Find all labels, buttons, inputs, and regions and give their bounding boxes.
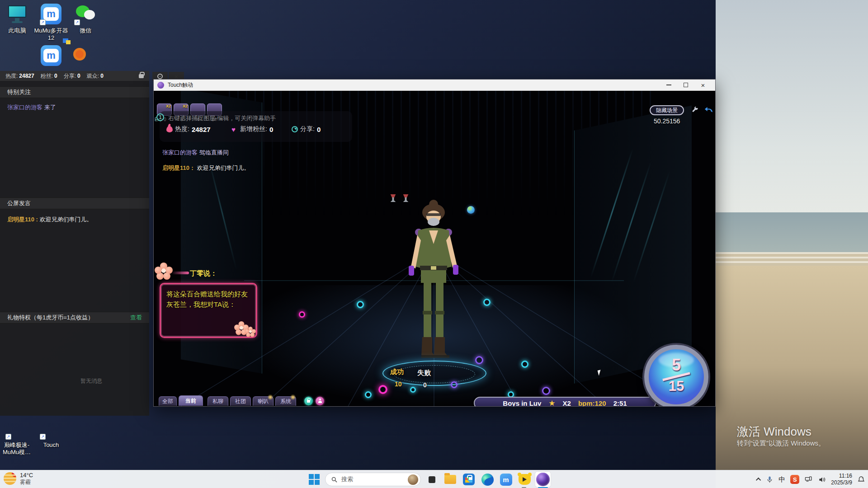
mumu-icon: m (500, 474, 512, 486)
folder-icon (444, 475, 456, 484)
window-titlebar[interactable]: Touch触动 × (154, 80, 715, 91)
microphone-icon[interactable] (766, 476, 774, 483)
section-gift-privilege: 礼物特权（每1虎牙币=1点收益） 查看 (0, 312, 149, 324)
app-icon (157, 82, 164, 89)
tray-time: 11:16 (839, 473, 852, 479)
undo-icon[interactable] (703, 104, 714, 115)
stat-shares: 分享:0 (64, 72, 80, 80)
sogou-icon[interactable]: S (790, 475, 799, 484)
desktop-icon-label: Touch (43, 441, 59, 449)
weather-badge: 2 (12, 472, 16, 477)
fail-value: 0 (423, 381, 427, 389)
chat-tab-system[interactable]: 系统 (275, 396, 296, 406)
dancer-character (397, 199, 470, 375)
tray-date: 2025/3/9 (831, 479, 852, 486)
speaker-icon[interactable] (818, 476, 826, 483)
person-icon (318, 399, 321, 403)
counter-total: 15 (649, 378, 704, 394)
this-pc-icon (7, 4, 28, 24)
capture-tip-text: 右键选择捕捉图层-编辑，可关闭弹幕助手 (168, 114, 276, 122)
desktop-icon-touch[interactable]: ↗ Touch (32, 418, 71, 449)
tray-chevron-icon[interactable] (756, 478, 761, 483)
desktop-icon-label: 微信 (80, 27, 91, 34)
section-public-chat: 公屏发言 (0, 197, 149, 209)
sparkle-icon (267, 394, 274, 400)
ime-indicator[interactable]: 中 (778, 475, 785, 484)
chat-tab-current[interactable]: 当前 (179, 395, 203, 406)
close-button[interactable]: × (694, 80, 712, 91)
notification-bell-icon[interactable]: z (857, 475, 865, 483)
weather-temp: 14°C (20, 472, 33, 479)
pickup-ring (299, 311, 305, 318)
desktop-icon-label: 此电脑 (9, 27, 26, 34)
touch-tile-icon: ↗ (41, 418, 61, 439)
desktop-icon-racing[interactable]: ↗ 巅峰极速-MuMu模… (0, 418, 36, 456)
file-explorer-button[interactable] (443, 472, 458, 487)
window-title: Touch触动 (168, 81, 193, 89)
wechat-icon: ↗ (75, 4, 96, 24)
feed-line-1: 张家口的游客 驾临直播间 (162, 149, 229, 157)
desktop-icon-mumu12[interactable]: m↗ MuMu多开器12 (32, 4, 71, 42)
chat-tab-all[interactable]: 全部 (159, 396, 177, 406)
ms-store-button[interactable] (461, 472, 476, 487)
desktop-icon-mumu-row2[interactable]: m (41, 45, 61, 66)
search-icon (331, 476, 338, 483)
weather-widget[interactable]: 2 14°C 雾霾 (4, 472, 33, 485)
pickup-ring (475, 356, 483, 364)
edge-icon (481, 474, 494, 486)
heart-icon: ♥ (231, 127, 238, 132)
system-tray: 中 S 11:16 2025/3/9 z (757, 470, 865, 488)
overlay-stat-share: 分享:0 (292, 125, 321, 133)
chat-member-button[interactable] (316, 397, 324, 405)
song-info-bar: Boys in Luv ★ X2 bpm:120 2:51 (474, 397, 656, 406)
racing-tile-icon: ↗ (6, 418, 27, 439)
task-view-button[interactable] (424, 472, 439, 487)
search-box[interactable]: 搜索 (325, 473, 421, 486)
section-special-follow: 特别关注 (0, 86, 149, 98)
maximize-button[interactable] (677, 80, 694, 91)
lock-icon[interactable] (139, 74, 144, 78)
desktop-icon-wechat[interactable]: ↗ 微信 (66, 4, 105, 34)
cast-device-icon[interactable] (804, 476, 813, 483)
desktop-icon-this-pc[interactable]: 此电脑 (0, 4, 37, 34)
song-name: Boys in Luv (503, 399, 541, 407)
gift-view-link[interactable]: 查看 (130, 314, 142, 322)
chat-tab-private[interactable]: 私聊 (208, 396, 228, 406)
search-placeholder: 搜索 (341, 475, 404, 483)
minimize-button[interactable] (660, 80, 677, 91)
clock[interactable]: 11:16 2025/3/9 (831, 473, 852, 486)
gift-dialog-speaker: 丁零说： (190, 269, 217, 278)
desktop: 此电脑 m↗ MuMu多开器12 ↗ 微信 m × 热度:24827 粉丝:0 … (0, 0, 868, 488)
chat-lock-toggle[interactable] (304, 397, 313, 405)
success-value: 10 (395, 380, 402, 388)
wrench-icon[interactable] (691, 106, 699, 114)
round-counter: 5 15 (644, 345, 708, 406)
start-button[interactable] (307, 472, 322, 487)
gift-dialog-text: 将这朵百合赠送给我的好友灰苍兰，我想对TA说： (166, 289, 252, 310)
huya-icon (519, 474, 531, 485)
mumu-icon: m (41, 45, 61, 66)
success-label: 成功 (390, 368, 404, 376)
chat-tab-guild[interactable]: 社团 (230, 396, 251, 406)
score-value: 50.25156 (654, 117, 680, 125)
stream-assistant-panel: 热度:24827 粉丝:0 分享:0 观众:0 特别关注 张家口的游客 来了 公… (0, 71, 149, 416)
overlay-stat-newfans: ♥新增粉丝:0 (231, 125, 273, 133)
edge-button[interactable] (480, 472, 495, 487)
empty-message-text: 暂无消息 (80, 377, 102, 385)
touch-app-button[interactable] (535, 472, 551, 487)
hide-scene-button[interactable]: 隐藏场景 (650, 105, 684, 115)
fail-label: 失败 (417, 369, 431, 377)
huya-button[interactable] (517, 472, 532, 487)
special-message: 张家口的游客 来了 (7, 103, 56, 112)
pickup-ring (357, 301, 364, 308)
touch-app-icon (536, 473, 550, 486)
pickup-ring (521, 361, 528, 368)
mumu-button[interactable]: m (498, 472, 514, 487)
pickup-ring (451, 381, 458, 388)
feed-line-2: 启明星110： 欢迎兄弟们串门儿。 (162, 164, 250, 172)
chat-tab-horn[interactable]: 喇叭 (253, 396, 274, 406)
taskbar-center: 搜索 m (307, 472, 551, 487)
taskbar: 2 14°C 雾霾 搜索 m 中 S (0, 470, 868, 488)
song-bpm: bpm:120 (578, 399, 606, 407)
wallpaper-beach-surf (716, 252, 868, 266)
